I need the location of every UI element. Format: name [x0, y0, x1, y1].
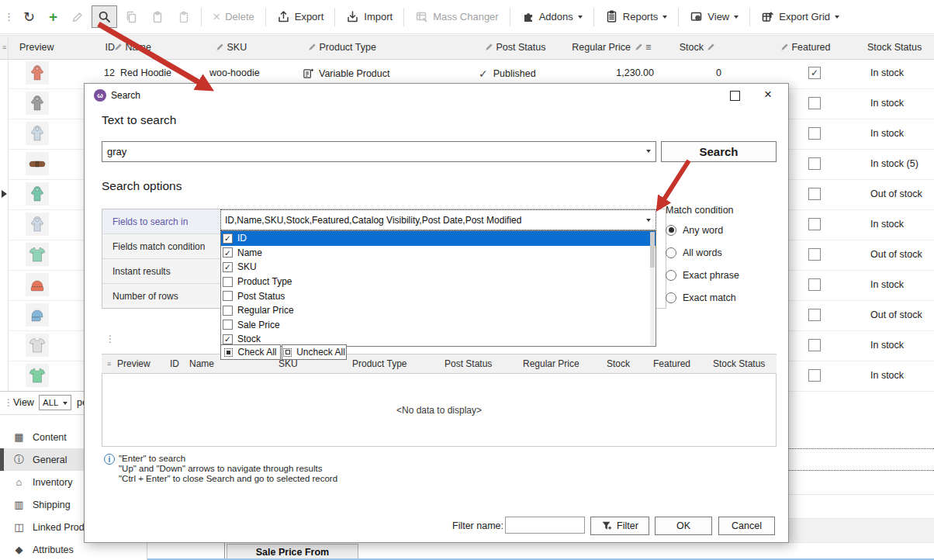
export-button[interactable]: Export [271, 5, 330, 28]
ok-button[interactable]: OK [655, 517, 712, 535]
maximize-button[interactable] [730, 91, 740, 101]
results-column-header-regular-price[interactable]: Regular Price [523, 354, 579, 373]
field-checkbox[interactable] [223, 277, 233, 287]
chevron-down-icon[interactable] [646, 219, 651, 224]
featured-checkbox[interactable] [808, 309, 821, 321]
column-header-product-type[interactable]: Product Type [308, 36, 376, 59]
column-header-featured[interactable]: Featured [780, 36, 831, 59]
column-options-icon[interactable]: ≡ [107, 354, 111, 373]
search-option-tab-0[interactable]: Fields to search in [102, 209, 220, 234]
featured-checkbox[interactable] [808, 157, 821, 170]
featured-checkbox[interactable] [808, 369, 821, 382]
featured-checkbox[interactable]: ✓ [808, 67, 821, 79]
sale-price-from-cell[interactable]: Sale Price From [227, 544, 358, 560]
export-grid-button[interactable]: Export Grid [755, 5, 846, 28]
delete-button[interactable]: × Delete [206, 6, 261, 28]
column-header-name[interactable]: Name [114, 36, 151, 59]
results-column-header-stock[interactable]: Stock [607, 354, 630, 373]
dialog-search-button[interactable]: Search [661, 141, 777, 162]
field-checkbox[interactable]: ✓ [223, 262, 233, 272]
featured-checkbox[interactable] [808, 188, 821, 200]
add-button[interactable]: + [43, 6, 64, 28]
field-list-item[interactable]: ✓Name [221, 246, 656, 261]
dropdown-scrollbar[interactable] [650, 232, 655, 345]
search-button[interactable] [92, 5, 117, 28]
results-column-header-id[interactable]: ID [170, 354, 179, 373]
results-column-header-featured[interactable]: Featured [653, 354, 690, 373]
column-header-id[interactable]: ID [84, 36, 115, 59]
column-header-stock[interactable]: Stock [665, 36, 704, 59]
radio-option-exact-phrase[interactable]: Exact phrase [666, 264, 782, 286]
refresh-button[interactable]: ↻ [17, 6, 41, 28]
column-header-post-status[interactable]: Post Status [485, 36, 545, 59]
results-column-header-stock-status[interactable]: Stock Status [713, 354, 765, 373]
field-list-item[interactable]: Regular Price [221, 303, 656, 318]
column-header-sku[interactable]: SKU [216, 36, 247, 59]
reports-button[interactable]: Reports [599, 5, 674, 28]
field-list-item[interactable]: Sale Price [221, 318, 656, 333]
content-icon: ▦ [13, 431, 25, 443]
featured-checkbox[interactable] [808, 339, 821, 351]
check-all-button[interactable]: Check All [220, 344, 281, 360]
dialog-titlebar[interactable]: ω Search × [85, 84, 788, 107]
grid-grip-icon[interactable]: ⋮ [106, 334, 115, 344]
featured-checkbox[interactable] [808, 278, 821, 291]
paste-special-button[interactable] [171, 6, 196, 28]
fields-to-search-dropdown[interactable]: ID,Name,SKU,Stock,Featured,Catalog Visib… [220, 209, 656, 230]
edit-button[interactable] [65, 6, 90, 28]
column-header-regular-price[interactable]: Regular Price [543, 36, 631, 59]
search-option-tab-2[interactable]: Instant results [102, 259, 220, 284]
panel-grip-icon[interactable]: ⋮ [4, 397, 13, 408]
featured-checkbox[interactable] [808, 127, 821, 140]
featured-checkbox[interactable] [808, 97, 821, 109]
toolbar-grip-icon[interactable]: ⋮ [4, 11, 13, 22]
text-to-search-combobox[interactable] [102, 141, 656, 162]
sort-icon[interactable] [635, 36, 643, 59]
product-thumbnail [26, 61, 49, 85]
field-checkbox[interactable]: ✓ [223, 334, 233, 344]
radio-option-all-words[interactable]: All words [666, 241, 782, 264]
results-column-header-preview[interactable]: Preview [117, 354, 150, 373]
mass-changer-button[interactable]: Mass Changer [409, 5, 505, 28]
close-button[interactable]: × [764, 87, 772, 102]
radio-option-exact-match[interactable]: Exact match [666, 286, 782, 309]
cancel-button[interactable]: Cancel [718, 517, 775, 535]
paste-icon [151, 11, 164, 23]
results-column-header-name[interactable]: Name [189, 354, 214, 373]
toolbar-separator [265, 8, 266, 26]
field-checkbox[interactable] [223, 320, 233, 330]
field-checkbox[interactable]: ✓ [223, 233, 233, 244]
column-header-preview[interactable]: Preview [19, 36, 54, 59]
results-column-header-post-status[interactable]: Post Status [445, 354, 492, 373]
search-option-tab-3[interactable]: Number of rows [102, 284, 220, 308]
featured-checkbox[interactable] [808, 218, 821, 230]
radio-option-any-word[interactable]: Any word [666, 219, 782, 241]
field-checkbox[interactable] [223, 291, 233, 301]
column-options-icon[interactable]: ≡ [2, 36, 6, 59]
search-text-input[interactable] [102, 146, 646, 157]
export-label: Export [295, 11, 324, 22]
column-header-stock-status[interactable]: Stock Status [867, 36, 922, 59]
copy-icon [125, 11, 137, 23]
import-button[interactable]: Import [340, 5, 399, 28]
view-select[interactable]: ALL [39, 395, 71, 410]
field-list-item[interactable]: ✓ID [221, 231, 656, 246]
filter-name-input[interactable] [505, 517, 585, 534]
field-list-item[interactable]: Product Type [221, 275, 656, 289]
view-button[interactable]: View [683, 5, 745, 28]
search-option-tab-1[interactable]: Fields match condition [102, 234, 220, 259]
grid-row-stripe [789, 518, 934, 543]
field-list-item[interactable]: ✓SKU [221, 260, 656, 275]
filter-button[interactable]: Filter [590, 517, 649, 535]
chevron-down-icon[interactable] [646, 150, 651, 155]
copy-button[interactable] [119, 6, 144, 28]
addons-button[interactable]: Addons [515, 5, 589, 28]
results-column-header-product-type[interactable]: Product Type [352, 354, 407, 373]
field-checkbox[interactable]: ✓ [223, 247, 233, 258]
chevron-down-icon [734, 16, 739, 21]
field-checkbox[interactable] [223, 306, 233, 316]
paste-button[interactable] [145, 6, 170, 28]
featured-checkbox[interactable] [808, 248, 821, 261]
uncheck-all-button[interactable]: Uncheck All [282, 344, 347, 360]
field-list-item[interactable]: Post Status [221, 289, 656, 303]
